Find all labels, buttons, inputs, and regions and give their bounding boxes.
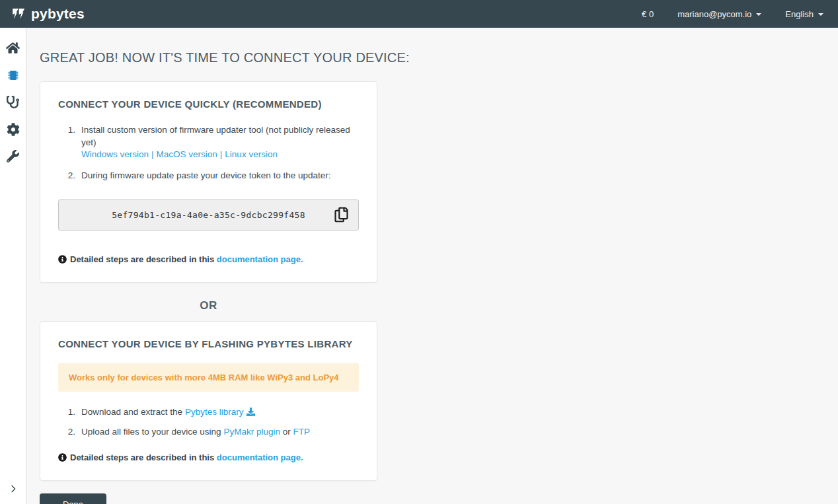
or-divider: OR (40, 299, 377, 312)
download-icon (247, 408, 255, 418)
ram-warning-banner: Works only for devices with more 4MB RAM… (58, 363, 359, 392)
sidebar-item-diagnostics[interactable] (0, 89, 26, 116)
user-email: mariano@pycom.io (677, 9, 751, 19)
pymakr-plugin-link[interactable]: PyMakr plugin (223, 427, 280, 437)
link-separator: | (151, 149, 154, 159)
quick-step-1-text: Install custom version of firmware updat… (81, 125, 350, 147)
page-title: GREAT JOB! NOW IT'S TIME TO CONNECT YOUR… (40, 50, 838, 65)
library-connect-card: CONNECT YOUR DEVICE BY FLASHING PYBYTES … (40, 321, 377, 481)
language-menu[interactable]: English (785, 9, 823, 19)
conjunction-text: or (283, 427, 291, 437)
info-icon (58, 453, 67, 462)
quick-card-note: Detailed steps are described in this doc… (58, 254, 359, 264)
note-text: Detailed steps are described in this (70, 254, 214, 264)
left-sidebar (0, 28, 26, 504)
linux-version-link[interactable]: Linux version (225, 149, 278, 159)
quick-step-2: 2. During firmware update paste your dev… (58, 170, 359, 182)
caret-down-icon (756, 13, 761, 16)
note-text: Detailed steps are described in this (70, 452, 214, 462)
sidebar-item-settings[interactable] (0, 116, 26, 143)
step-number: 2. (58, 170, 75, 182)
macos-version-link[interactable]: MacOS version (157, 149, 217, 159)
library-step-1: 1. Download and extract the Pybytes libr… (58, 406, 359, 420)
link-separator: | (220, 149, 223, 159)
device-token-box: 5ef794b1-c19a-4a0e-a35c-9dcbc299f458 (58, 199, 359, 231)
pybytes-brand[interactable]: pybytes (12, 6, 85, 22)
ftp-link[interactable]: FTP (293, 427, 310, 437)
quick-step-2-text: During firmware update paste your device… (81, 170, 330, 182)
sidebar-item-home[interactable] (0, 34, 26, 61)
windows-version-link[interactable]: Windows version (81, 149, 149, 159)
brand-name: pybytes (31, 6, 85, 22)
balance-label[interactable]: € 0 (642, 9, 654, 19)
language-label: English (785, 9, 814, 19)
stethoscope-icon (7, 96, 19, 108)
library-card-note: Detailed steps are described in this doc… (58, 452, 359, 462)
quick-connect-card: CONNECT YOUR DEVICE QUICKLY (RECOMMENDED… (40, 81, 377, 283)
home-icon (6, 42, 20, 54)
main-content: GREAT JOB! NOW IT'S TIME TO CONNECT YOUR… (26, 28, 838, 504)
sidebar-item-tools[interactable] (0, 143, 26, 170)
wrench-icon (7, 150, 19, 162)
device-token-value: 5ef794b1-c19a-4a0e-a35c-9dcbc299f458 (112, 210, 305, 220)
library-card-title: CONNECT YOUR DEVICE BY FLASHING PYBYTES … (58, 338, 359, 349)
sidebar-item-devices[interactable] (0, 61, 26, 89)
library-step-2: 2. Upload all files to your device using… (58, 426, 359, 439)
sidebar-expand-button[interactable] (0, 479, 26, 499)
top-navbar: pybytes € 0 mariano@pycom.io English (0, 0, 838, 28)
gear-icon (7, 123, 20, 136)
copy-icon (334, 215, 348, 225)
pybytes-logo-icon (12, 8, 28, 20)
done-button[interactable]: Done (40, 493, 106, 504)
documentation-link[interactable]: documentation page. (217, 254, 303, 264)
step-number: 1. (58, 406, 75, 420)
documentation-link[interactable]: documentation page. (217, 452, 303, 462)
quick-step-1: 1. Install custom version of firmware up… (58, 124, 359, 161)
chevron-right-icon (8, 484, 19, 494)
library-step-2-text: Upload all files to your device using (81, 427, 221, 437)
step-number: 1. (58, 124, 75, 161)
pybytes-library-link[interactable]: Pybytes library (185, 407, 244, 417)
library-step-1-text: Download and extract the (81, 407, 182, 417)
copy-token-button[interactable] (333, 206, 350, 224)
user-menu[interactable]: mariano@pycom.io (677, 9, 761, 19)
info-icon (58, 255, 67, 264)
caret-down-icon (818, 13, 823, 16)
quick-card-title: CONNECT YOUR DEVICE QUICKLY (RECOMMENDED… (58, 98, 359, 110)
step-number: 2. (58, 426, 75, 439)
chip-icon (7, 69, 20, 82)
